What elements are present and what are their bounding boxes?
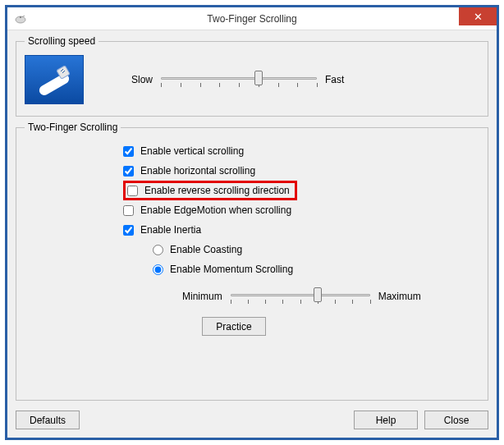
scrolling-speed-legend: Scrolling speed: [25, 35, 99, 47]
app-icon: [14, 12, 27, 25]
scrolling-speed-slider[interactable]: [161, 67, 317, 92]
enable-vertical-checkbox[interactable]: [123, 146, 134, 157]
enable-horizontal-checkbox[interactable]: [123, 166, 134, 177]
momentum-radio[interactable]: [153, 264, 163, 275]
speed-max-label: Fast: [325, 74, 344, 85]
reverse-scrolling-highlight: Enable reverse scrolling direction: [123, 181, 297, 200]
svg-rect-1: [20, 16, 21, 18]
enable-horizontal-label: Enable horizontal scrolling: [140, 165, 255, 177]
coasting-label: Enable Coasting: [170, 244, 242, 255]
scrolling-speed-group: Scrolling speed Slow Fas: [16, 35, 488, 117]
close-button[interactable]: Close: [424, 411, 488, 429]
help-button[interactable]: Help: [354, 411, 418, 429]
momentum-slider[interactable]: [231, 284, 370, 309]
momentum-label: Enable Momentum Scrolling: [170, 264, 293, 275]
momentum-max-label: Maximum: [378, 291, 421, 302]
window-title: Two-Finger Scrolling: [7, 13, 497, 25]
close-icon: ✕: [474, 11, 483, 23]
enable-reverse-label: Enable reverse scrolling direction: [144, 185, 290, 196]
enable-reverse-checkbox[interactable]: [127, 186, 138, 196]
momentum-min-label: Minimum: [182, 291, 222, 302]
enable-inertia-checkbox[interactable]: [123, 225, 134, 236]
practice-button[interactable]: Practice: [202, 317, 266, 336]
enable-inertia-label: Enable Inertia: [140, 224, 201, 236]
scroll-speed-icon: [25, 55, 84, 104]
defaults-button[interactable]: Defaults: [16, 411, 80, 429]
dialog-footer: Defaults Help Close: [7, 407, 497, 438]
speed-min-label: Slow: [131, 74, 153, 85]
title-bar: Two-Finger Scrolling ✕: [7, 7, 497, 30]
enable-vertical-label: Enable vertical scrolling: [140, 145, 244, 157]
window-close-button[interactable]: ✕: [459, 7, 497, 25]
two-finger-legend: Two-Finger Scrolling: [25, 122, 121, 133]
enable-edgemotion-label: Enable EdgeMotion when scrolling: [140, 204, 291, 216]
enable-edgemotion-checkbox[interactable]: [123, 205, 134, 216]
coasting-radio[interactable]: [153, 245, 163, 255]
two-finger-group: Two-Finger Scrolling Enable vertical scr…: [16, 122, 488, 401]
